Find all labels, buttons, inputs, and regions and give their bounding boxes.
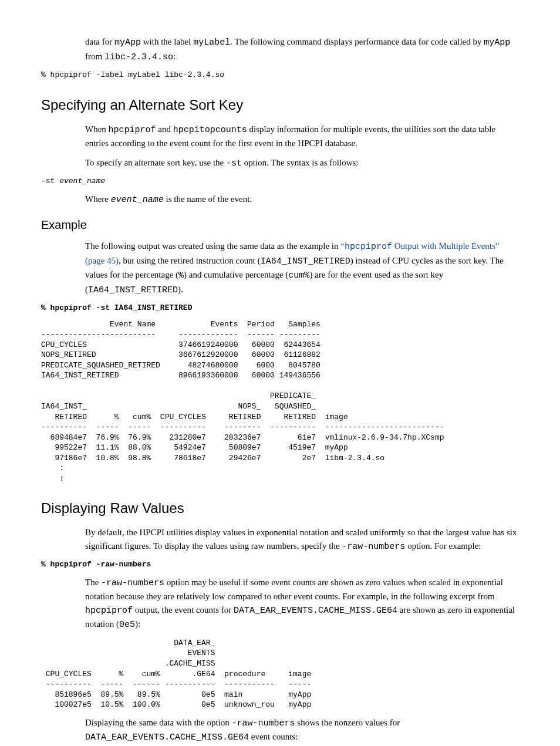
- text: When: [85, 124, 109, 134]
- code-text: myLabel: [193, 38, 230, 48]
- intro-code: % hpcpiprof -label myLabel libc-2.3.4.so: [41, 70, 519, 80]
- code-text: -raw-numbers: [232, 718, 295, 728]
- example-command: % hpcpiprof -st IA64_INST_RETIRED: [41, 303, 519, 313]
- text: data for: [85, 37, 114, 46]
- code-text: hpcpiprof: [345, 242, 392, 252]
- text: with the label: [141, 37, 193, 46]
- text: event counts:: [249, 732, 298, 741]
- code-text: IA64_INST_RETIRED: [261, 256, 350, 266]
- code-text: %: [178, 271, 184, 281]
- code-text: myApp: [114, 38, 141, 48]
- text: ) and cumulative percentage (: [184, 270, 288, 279]
- text: and: [156, 124, 173, 134]
- text: ).: [178, 285, 183, 294]
- code-text: libc-2.3.4.so: [104, 52, 173, 62]
- text: is the name of the event.: [164, 194, 252, 204]
- text: The: [85, 578, 101, 587]
- code-text: IA64_INST_RETIRED: [88, 285, 178, 295]
- code-text: cum%: [288, 271, 309, 281]
- code-arg: event_name: [59, 177, 105, 185]
- example-para-1: The following output was created using t…: [85, 239, 519, 297]
- code-text: DATA_EAR_EVENTS.CACHE_MISS.GE64: [85, 733, 249, 742]
- code-text: hpcpiprof: [109, 125, 156, 135]
- text: output, the event counts for: [133, 605, 234, 615]
- example-heading: Example: [41, 216, 519, 234]
- code-text: hpcpiprof: [85, 606, 133, 616]
- sortkey-para-1: When hpcpiprof and hpcpitopcounts displa…: [85, 123, 519, 150]
- raw-heading: Displaying Raw Values: [41, 498, 519, 519]
- text: Displaying the same data with the option: [85, 718, 232, 727]
- raw-para-1: By default, the HPCPI utilities display …: [85, 526, 519, 553]
- sortkey-para-3: Where event_name is the name of the even…: [85, 193, 519, 207]
- sortkey-heading: Specifying an Alternate Sort Key: [41, 94, 519, 116]
- sortkey-syntax: -st event_name: [41, 176, 519, 187]
- code-arg: event_name: [111, 195, 164, 205]
- code-text: DATA_EAR_EVENTS.CACHE_MISS.GE64: [234, 606, 397, 616]
- text: . The following command displays perform…: [230, 37, 484, 46]
- intro-paragraph: data for myApp with the label myLabel. T…: [85, 35, 519, 64]
- text: option. For example:: [405, 541, 481, 551]
- text: The following output was created using t…: [85, 241, 340, 251]
- raw-output-1: DATA_EAR_ EVENTS .CACHE_MISS CPU_CYCLES …: [41, 638, 519, 710]
- text: option. The syntax is as follows:: [242, 158, 358, 167]
- sortkey-para-2: To specify an alternate sort key, use th…: [85, 156, 519, 171]
- code-text: myApp: [484, 38, 510, 48]
- text: ):: [135, 619, 140, 629]
- text: , but using the retired instruction coun…: [119, 256, 261, 265]
- code-text: 0e5: [119, 620, 135, 630]
- code-text: -st: [226, 158, 242, 168]
- code-text: -raw-numbers: [101, 578, 164, 588]
- raw-para-2: The -raw-numbers option may be useful if…: [85, 576, 519, 632]
- code-text: -raw-numbers: [342, 542, 405, 552]
- text: shows the nonzero values for: [295, 718, 400, 727]
- text: To specify an alternate sort key, use th…: [85, 158, 226, 167]
- raw-command: % hpcpiprof -raw-numbers: [41, 559, 519, 570]
- raw-para-3: Displaying the same data with the option…: [85, 716, 519, 745]
- text: from: [85, 52, 104, 61]
- text: :: [173, 52, 176, 61]
- code-text: -st: [41, 177, 59, 185]
- example-output: Event Name Events Period Samples -------…: [41, 319, 519, 484]
- text: Where: [85, 194, 111, 204]
- text: “: [340, 241, 345, 251]
- code-text: hpcpitopcounts: [173, 125, 247, 135]
